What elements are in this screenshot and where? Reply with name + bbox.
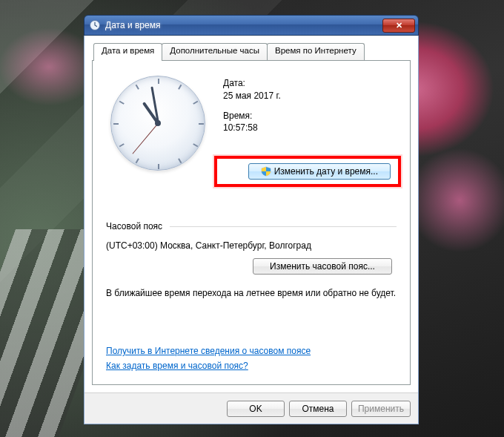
dialog-footer: OK Отмена Применить (84, 392, 418, 424)
titlebar[interactable]: Дата и время ✕ (84, 15, 419, 36)
date-label: Дата: (223, 77, 281, 90)
clock-icon (89, 19, 101, 31)
uac-shield-icon (261, 166, 271, 177)
tab-internet-time[interactable]: Время по Интернету (267, 43, 365, 60)
ok-button[interactable]: OK (227, 401, 285, 417)
time-value: 10:57:58 (223, 122, 281, 134)
link-timezone-info[interactable]: Получить в Интернете сведения о часовом … (106, 346, 311, 356)
close-button[interactable]: ✕ (382, 19, 415, 33)
clock-center-pin (155, 120, 161, 126)
tab-date-time[interactable]: Дата и время (93, 43, 162, 61)
link-howto-set-time[interactable]: Как задать время и часовой пояс? (106, 361, 248, 371)
date-time-window: Дата и время ✕ Дата и время Дополнительн… (84, 15, 419, 424)
cancel-button[interactable]: Отмена (289, 401, 347, 417)
timezone-value: (UTC+03:00) Москва, Санкт-Петербург, Вол… (106, 240, 397, 251)
change-date-time-label: Изменить дату и время... (274, 166, 378, 177)
timezone-section: Часовой пояс (UTC+03:00) Москва, Санкт-П… (106, 221, 397, 298)
time-label: Время: (223, 110, 281, 122)
section-divider (170, 226, 397, 227)
date-value: 25 мая 2017 г. (223, 90, 281, 102)
clock-second-hand (132, 123, 158, 154)
window-body: Дата и время Дополнительные часы Время п… (84, 36, 419, 424)
change-timezone-label: Изменить часовой пояс... (270, 261, 375, 272)
analog-clock (110, 76, 205, 171)
help-links: Получить в Интернете сведения о часовом … (106, 331, 397, 375)
change-date-time-button[interactable]: Изменить дату и время... (248, 163, 391, 180)
timezone-section-label: Часовой пояс (106, 221, 162, 231)
window-title: Дата и время (105, 20, 382, 30)
tab-strip: Дата и время Дополнительные часы Время п… (92, 43, 411, 60)
highlight-box: Изменить дату и время... (214, 156, 401, 187)
close-icon: ✕ (396, 21, 402, 30)
tab-panel: Дата: 25 мая 2017 г. Время: 10:57:58 (92, 60, 411, 385)
tab-additional-clocks[interactable]: Дополнительные часы (162, 43, 268, 60)
change-timezone-button[interactable]: Изменить часовой пояс... (253, 258, 392, 275)
apply-button[interactable]: Применить (351, 401, 411, 417)
dst-notice: В ближайшее время перехода на летнее вре… (106, 288, 397, 298)
